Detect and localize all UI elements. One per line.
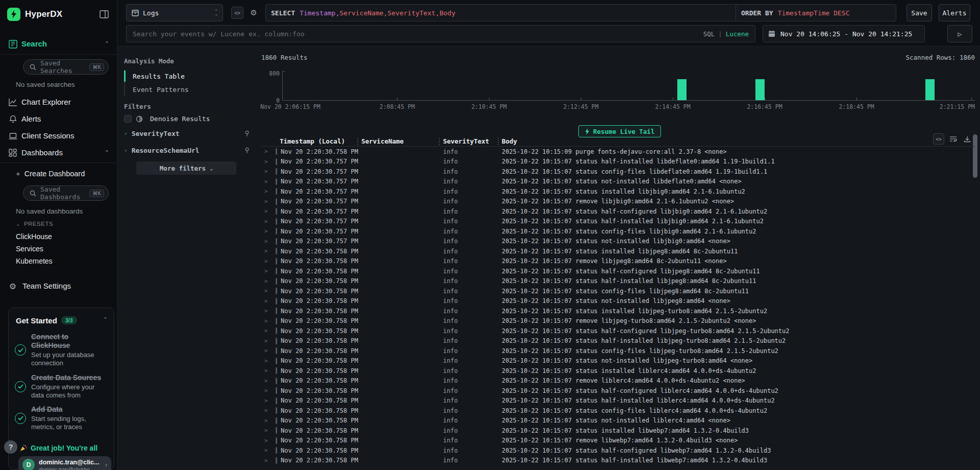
row-expand-chevron-icon[interactable]: > [261,327,276,334]
hyperdx-logo-icon[interactable] [7,8,20,21]
log-row[interactable]: >Nov 20 2:20:30.758 PMinfo2025-10-22 10:… [261,396,975,406]
resume-live-tail-button[interactable]: Resume Live Tail [578,125,661,137]
log-row[interactable]: >Nov 20 2:20:30.757 PMinfo2025-10-22 10:… [261,217,975,227]
log-row[interactable]: >Nov 20 2:20:30.758 PMinfo2025-10-22 10:… [261,316,975,326]
row-expand-chevron-icon[interactable]: > [261,178,276,185]
denoise-checkbox[interactable] [124,115,132,123]
sidebar-item-kubernetes[interactable]: Kubernetes [16,257,53,265]
help-button[interactable]: ? [4,440,17,454]
log-row[interactable]: >Nov 20 2:20:30.758 PMinfo2025-10-22 10:… [261,436,975,446]
histogram-bar[interactable] [925,79,935,100]
pin-icon[interactable] [244,147,250,154]
log-row[interactable]: >Nov 20 2:20:30.758 PMinfo2025-10-22 10:… [261,356,975,366]
column-servicename[interactable]: ServiceName [357,137,439,146]
time-range-picker[interactable]: Nov 20 14:06:25 - Nov 20 14:21:25 [763,25,925,42]
presets-header[interactable]: ⌄ PRESETS [16,221,53,227]
log-row[interactable]: >Nov 20 2:20:30.757 PMinfo2025-10-22 10:… [261,197,975,207]
sidebar-item-alerts[interactable]: Alerts [21,114,41,123]
log-row[interactable]: >Nov 20 2:20:30.757 PMinfo2025-10-22 10:… [261,237,975,247]
row-expand-chevron-icon[interactable]: > [261,457,276,464]
row-expand-chevron-icon[interactable]: > [261,338,276,344]
user-menu[interactable]: D dominic.tran@clic... dominic.tran@clic… [18,456,111,470]
saved-searches-input[interactable]: Saved Searches ⌘K [23,59,109,75]
row-expand-chevron-icon[interactable]: > [261,198,276,205]
get-started-item-add-data[interactable]: Add Data Start sending logs, metrics, or… [15,405,109,432]
log-row[interactable]: >Nov 20 2:20:30.758 PMinfo2025-10-22 10:… [261,276,975,287]
log-row[interactable]: >Nov 20 2:20:30.758 PMinfo2025-10-22 10:… [261,445,975,456]
run-query-button[interactable]: ▷ [947,25,972,42]
dashboards-collapse-chevron-icon[interactable]: ⌃ [105,149,109,156]
log-row[interactable]: >Nov 20 2:20:30.757 PMinfo2025-10-22 10:… [261,157,975,167]
gear-icon[interactable]: ⚙ [248,7,260,19]
sidebar-item-services[interactable]: Services [16,245,43,253]
row-expand-chevron-icon[interactable]: > [261,158,276,165]
log-row[interactable]: >Nov 20 2:20:30.757 PMinfo2025-10-22 10:… [261,167,975,177]
log-row[interactable]: >Nov 20 2:20:30.758 PMinfo2025-10-22 10:… [261,346,975,356]
log-row[interactable]: >Nov 20 2:20:30.758 PMinfo2025-10-22 10:… [261,366,975,376]
row-expand-chevron-icon[interactable]: > [261,367,276,374]
row-expand-chevron-icon[interactable]: > [261,318,276,324]
get-started-collapse-chevron-icon[interactable]: ⌃ [103,316,108,323]
orderby-clause-input[interactable]: ORDER BY TimestampTime DESC [736,4,896,21]
log-row[interactable]: >Nov 20 2:20:30.757 PMinfo2025-10-22 10:… [261,206,975,217]
histogram-bar[interactable] [755,79,765,100]
column-severitytext[interactable]: SeverityText [439,137,498,146]
alerts-button[interactable]: Alerts [939,4,970,21]
row-expand-chevron-icon[interactable]: > [261,358,276,364]
log-row[interactable]: >Nov 20 2:20:30.758 PMinfo2025-10-22 10:… [261,306,975,316]
pin-icon[interactable] [244,130,250,137]
row-expand-chevron-icon[interactable]: > [261,258,276,265]
log-row[interactable]: >Nov 20 2:20:30.758 PMinfo2025-10-22 10:… [261,147,975,157]
row-expand-chevron-icon[interactable]: > [261,427,276,434]
row-expand-chevron-icon[interactable]: > [261,278,276,285]
log-row[interactable]: >Nov 20 2:20:30.758 PMinfo2025-10-22 10:… [261,256,975,267]
row-expand-chevron-icon[interactable]: > [261,417,276,424]
row-expand-chevron-icon[interactable]: > [261,347,276,354]
row-expand-chevron-icon[interactable]: > [261,407,276,414]
log-row[interactable]: >Nov 20 2:20:30.757 PMinfo2025-10-22 10:… [261,186,975,197]
log-row[interactable]: >Nov 20 2:20:30.758 PMinfo2025-10-22 10:… [261,386,975,396]
lang-lucene-option[interactable]: Lucene [726,30,749,38]
histogram-bar[interactable] [677,79,687,100]
row-expand-chevron-icon[interactable]: > [261,437,276,444]
log-row[interactable]: >Nov 20 2:20:30.758 PMinfo2025-10-22 10:… [261,296,975,307]
log-row[interactable]: >Nov 20 2:20:30.758 PMinfo2025-10-22 10:… [261,426,975,436]
row-expand-chevron-icon[interactable]: > [261,308,276,314]
column-timestamp[interactable]: Timestamp (Local) [276,137,357,146]
get-started-item-connect[interactable]: Connect to ClickHouse Set up your databa… [15,333,109,368]
select-clause-input[interactable]: SELECT Timestamp,ServiceName,SeverityTex… [265,4,741,21]
get-started-item-datasources[interactable]: Create Data Sources Configure where your… [15,373,109,400]
row-expand-chevron-icon[interactable]: > [261,387,276,394]
row-expand-chevron-icon[interactable]: > [261,447,276,454]
row-expand-chevron-icon[interactable]: > [261,148,276,155]
log-row[interactable]: >Nov 20 2:20:30.758 PMinfo2025-10-22 10:… [261,406,975,416]
log-row[interactable]: >Nov 20 2:20:30.758 PMinfo2025-10-22 10:… [261,456,975,466]
filter-group-resourceschemaurl[interactable]: › ResourceSchemaUrl [124,147,250,154]
query-language-toggle[interactable]: SQL | Lucene [703,26,749,42]
log-row[interactable]: >Nov 20 2:20:30.757 PMinfo2025-10-22 10:… [261,226,975,237]
row-expand-chevron-icon[interactable]: > [261,208,276,215]
log-row[interactable]: >Nov 20 2:20:30.757 PMinfo2025-10-22 10:… [261,177,975,187]
row-expand-chevron-icon[interactable]: > [261,288,276,294]
row-expand-chevron-icon[interactable]: > [261,238,276,245]
sidebar-item-client-sessions[interactable]: Client Sessions [21,131,74,140]
row-expand-chevron-icon[interactable]: > [261,397,276,404]
saved-dashboards-input[interactable]: Saved Dashboards ⌘K [23,185,109,201]
row-expand-chevron-icon[interactable]: > [261,218,276,225]
source-select[interactable]: Logs ⌃⌄ [126,4,223,21]
more-filters-button[interactable]: More filters ⌄ [136,161,236,175]
search-collapse-chevron-icon[interactable]: ⌃ [105,40,109,47]
create-dashboard-button[interactable]: + Create Dashboard [16,169,85,178]
log-row[interactable]: >Nov 20 2:20:30.758 PMinfo2025-10-22 10:… [261,336,975,346]
sidebar-item-chart-explorer[interactable]: Chart Explorer [21,98,71,106]
log-row[interactable]: >Nov 20 2:20:30.758 PMinfo2025-10-22 10:… [261,286,975,296]
save-button[interactable]: Save [906,4,932,21]
row-expand-chevron-icon[interactable]: > [261,188,276,195]
column-body[interactable]: Body [498,137,975,146]
row-expand-chevron-icon[interactable]: > [261,248,276,254]
log-row[interactable]: >Nov 20 2:20:30.758 PMinfo2025-10-22 10:… [261,376,975,386]
results-histogram[interactable]: 8000Nov 20 2:06:15 PM2:08:45 PM2:10:45 P… [260,46,980,113]
log-row[interactable]: >Nov 20 2:20:30.758 PMinfo2025-10-22 10:… [261,326,975,336]
row-expand-chevron-icon[interactable]: > [261,168,276,175]
sidebar-item-search[interactable]: Search [21,39,47,48]
